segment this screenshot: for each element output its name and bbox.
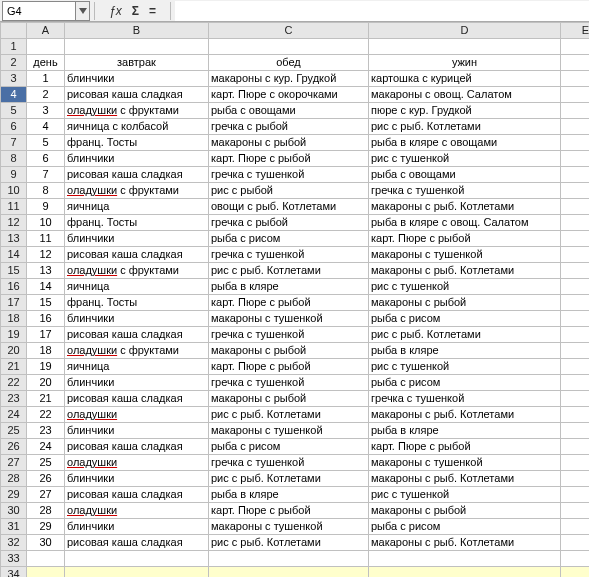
cell[interactable]: завтрак bbox=[65, 55, 209, 71]
row-header[interactable]: 25 bbox=[1, 423, 27, 439]
cell[interactable]: 11 bbox=[27, 231, 65, 247]
cell[interactable]: рисовая каша сладкая bbox=[65, 439, 209, 455]
cell[interactable] bbox=[561, 519, 590, 535]
cell[interactable]: карт. Пюре с рыбой bbox=[369, 439, 561, 455]
equals-icon[interactable]: = bbox=[149, 4, 156, 18]
cell[interactable]: 5 bbox=[27, 135, 65, 151]
spreadsheet-grid[interactable]: A B C D E 12деньзавтракобедужин31блинчик… bbox=[0, 22, 589, 577]
cell[interactable]: блинчики bbox=[65, 311, 209, 327]
cell[interactable]: макароны с овощ. Салатом bbox=[369, 87, 561, 103]
cell[interactable] bbox=[561, 151, 590, 167]
cell[interactable] bbox=[561, 359, 590, 375]
sigma-icon[interactable]: Σ bbox=[132, 4, 139, 18]
row-header[interactable]: 31 bbox=[1, 519, 27, 535]
cell[interactable]: гречка с тушенкой bbox=[209, 247, 369, 263]
row-header[interactable]: 15 bbox=[1, 263, 27, 279]
cell[interactable]: 6 bbox=[27, 151, 65, 167]
cell[interactable]: карт. Пюре с рыбой bbox=[209, 503, 369, 519]
cell[interactable]: ужин bbox=[369, 55, 561, 71]
cell[interactable]: рис с тушенкой bbox=[369, 487, 561, 503]
cell[interactable]: рыба с рисом bbox=[369, 519, 561, 535]
cell[interactable]: 24 bbox=[27, 439, 65, 455]
row-header[interactable]: 20 bbox=[1, 343, 27, 359]
name-box-dropdown[interactable] bbox=[75, 2, 89, 20]
cell[interactable]: макароны с тушенкой bbox=[209, 311, 369, 327]
cell[interactable] bbox=[27, 39, 65, 55]
cell[interactable]: гречка с тушенкой bbox=[369, 183, 561, 199]
cell[interactable]: яичница с колбасой bbox=[65, 119, 209, 135]
cell[interactable] bbox=[561, 279, 590, 295]
cell[interactable]: рыба с рисом bbox=[369, 375, 561, 391]
cell[interactable] bbox=[561, 407, 590, 423]
cell[interactable]: рис с рыб. Котлетами bbox=[209, 535, 369, 551]
formula-input[interactable] bbox=[175, 1, 589, 21]
cell[interactable]: 7 bbox=[27, 167, 65, 183]
cell[interactable] bbox=[561, 343, 590, 359]
cell[interactable] bbox=[561, 199, 590, 215]
cell[interactable] bbox=[561, 455, 590, 471]
cell[interactable] bbox=[561, 423, 590, 439]
cell[interactable]: рыба с рисом bbox=[209, 439, 369, 455]
cell[interactable]: 17 bbox=[27, 327, 65, 343]
cell[interactable]: 20 bbox=[27, 375, 65, 391]
row-header[interactable]: 34 bbox=[1, 567, 27, 578]
cell[interactable]: гречка с тушенкой bbox=[209, 375, 369, 391]
cell[interactable] bbox=[561, 247, 590, 263]
cell[interactable]: макароны с тушенкой bbox=[209, 519, 369, 535]
cell[interactable]: рисовая каша сладкая bbox=[65, 247, 209, 263]
cell[interactable]: 21 bbox=[27, 391, 65, 407]
cell[interactable] bbox=[65, 39, 209, 55]
row-header[interactable]: 19 bbox=[1, 327, 27, 343]
row-header[interactable]: 18 bbox=[1, 311, 27, 327]
cell[interactable]: 12 bbox=[27, 247, 65, 263]
cell[interactable]: рисовая каша сладкая bbox=[65, 487, 209, 503]
cell[interactable] bbox=[561, 119, 590, 135]
col-header-d[interactable]: D bbox=[369, 23, 561, 39]
cell[interactable]: блинчики bbox=[65, 471, 209, 487]
cell[interactable] bbox=[561, 231, 590, 247]
cell[interactable]: рисовая каша сладкая bbox=[65, 391, 209, 407]
cell[interactable]: 2 bbox=[27, 87, 65, 103]
cell[interactable]: 10 bbox=[27, 215, 65, 231]
cell[interactable]: оладушки с фруктами bbox=[65, 183, 209, 199]
cell[interactable] bbox=[561, 103, 590, 119]
row-header[interactable]: 24 bbox=[1, 407, 27, 423]
row-header[interactable]: 8 bbox=[1, 151, 27, 167]
cell[interactable]: гречка с рыбой bbox=[209, 119, 369, 135]
col-header-e[interactable]: E bbox=[561, 23, 590, 39]
cell[interactable]: рыба в кляре с овощ. Салатом bbox=[369, 215, 561, 231]
cell[interactable]: рис с тушенкой bbox=[369, 279, 561, 295]
cell[interactable]: яичница bbox=[65, 199, 209, 215]
cell[interactable]: макароны с тушенкой bbox=[369, 455, 561, 471]
cell[interactable] bbox=[27, 567, 65, 578]
cell[interactable]: овощи с рыб. Котлетами bbox=[209, 199, 369, 215]
cell[interactable] bbox=[27, 551, 65, 567]
row-header[interactable]: 13 bbox=[1, 231, 27, 247]
cell[interactable]: рис с тушенкой bbox=[369, 151, 561, 167]
row-header[interactable]: 9 bbox=[1, 167, 27, 183]
cell[interactable]: картошка с курицей bbox=[369, 71, 561, 87]
cell[interactable]: макароны с рыбой bbox=[209, 343, 369, 359]
cell[interactable]: рыба в кляре с овощами bbox=[369, 135, 561, 151]
cell[interactable]: макароны с кур. Грудкой bbox=[209, 71, 369, 87]
cell[interactable] bbox=[561, 135, 590, 151]
cell[interactable]: блинчики bbox=[65, 375, 209, 391]
col-header-c[interactable]: C bbox=[209, 23, 369, 39]
cell[interactable] bbox=[561, 215, 590, 231]
row-header[interactable]: 29 bbox=[1, 487, 27, 503]
cell[interactable]: оладушки bbox=[65, 455, 209, 471]
row-header[interactable]: 23 bbox=[1, 391, 27, 407]
cell[interactable]: оладушки с фруктами bbox=[65, 103, 209, 119]
row-header[interactable]: 5 bbox=[1, 103, 27, 119]
cell[interactable]: рыба в кляре bbox=[209, 279, 369, 295]
row-header[interactable]: 32 bbox=[1, 535, 27, 551]
row-header[interactable]: 1 bbox=[1, 39, 27, 55]
cell[interactable] bbox=[561, 551, 590, 567]
cell[interactable] bbox=[561, 391, 590, 407]
cell[interactable]: блинчики bbox=[65, 151, 209, 167]
cell[interactable]: 15 bbox=[27, 295, 65, 311]
cell[interactable]: макароны с рыб. Котлетами bbox=[369, 263, 561, 279]
cell[interactable]: 27 bbox=[27, 487, 65, 503]
cell[interactable]: макароны с рыб. Котлетами bbox=[369, 199, 561, 215]
cell[interactable]: 29 bbox=[27, 519, 65, 535]
